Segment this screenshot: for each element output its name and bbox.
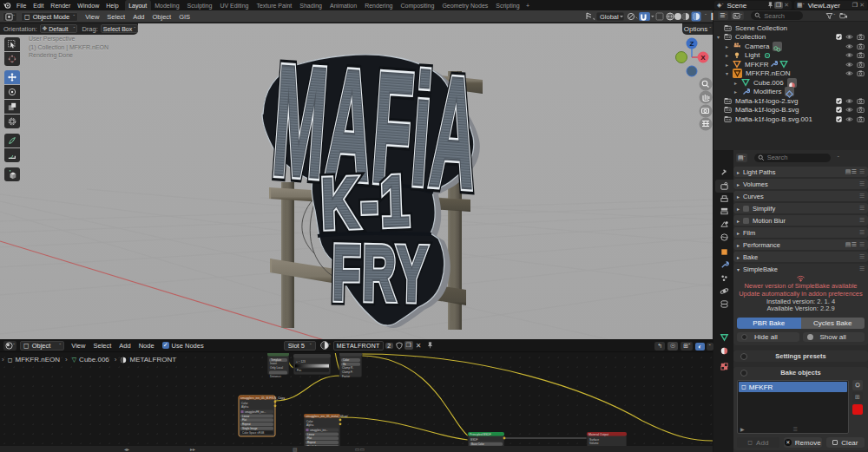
svg-text:Surface: Surface <box>589 438 599 442</box>
svg-text:Clamp F.: Clamp F. <box>342 370 353 374</box>
svg-text:smugglers_inn_05_metal_09.rot: smugglers_inn_05_metal_09.rot <box>306 415 347 418</box>
svg-text:Clamp R.: Clamp R. <box>342 366 353 370</box>
svg-text:Color Space sRGB: Color Space sRGB <box>242 431 264 435</box>
svg-text:Alpha: Alpha <box>241 405 248 409</box>
svg-text:Repeat: Repeat <box>242 423 251 426</box>
svg-text:Z: Z <box>690 40 694 48</box>
svg-text:Distance: Distance <box>270 375 281 378</box>
svg-text:Color: Color <box>241 402 249 405</box>
svg-text:Linear: Linear <box>307 433 314 436</box>
svg-text:Repeat: Repeat <box>307 441 316 444</box>
svg-text:Single Image: Single Image <box>242 427 258 430</box>
svg-text:Flat: Flat <box>307 436 312 440</box>
svg-text:BSDF: BSDF <box>470 438 478 442</box>
svg-text:Only Local: Only Local <box>270 366 283 370</box>
svg-text:Flat: Flat <box>242 418 247 422</box>
svg-text:Linear: Linear <box>242 415 249 418</box>
svg-text:+ − 123: + − 123 <box>296 360 306 364</box>
svg-text:X: X <box>700 54 706 62</box>
svg-text:Factor: Factor <box>342 375 351 378</box>
svg-text:Global: Global <box>600 13 619 21</box>
svg-text:Invert: Invert <box>270 362 277 365</box>
svg-text:Pos: Pos <box>297 369 302 372</box>
svg-text:FRY: FRY <box>332 229 431 318</box>
svg-text:Alpha: Alpha <box>306 423 313 427</box>
svg-text:Color: Color <box>343 358 349 362</box>
svg-text:Color: Color <box>306 420 314 423</box>
svg-text:Principled BSDF: Principled BSDF <box>470 433 491 436</box>
svg-text:Material Output: Material Output <box>589 433 608 436</box>
svg-text:smugglers_inn...: smugglers_inn... <box>310 429 328 432</box>
svg-text:smugglers_inn_05_M.FR.N_Copy: smugglers_inn_05_M.FR.N_Copy <box>240 396 285 400</box>
svg-text:smugglersFR_inn...: smugglersFR_inn... <box>245 410 266 414</box>
svg-text:Volume: Volume <box>589 442 599 445</box>
